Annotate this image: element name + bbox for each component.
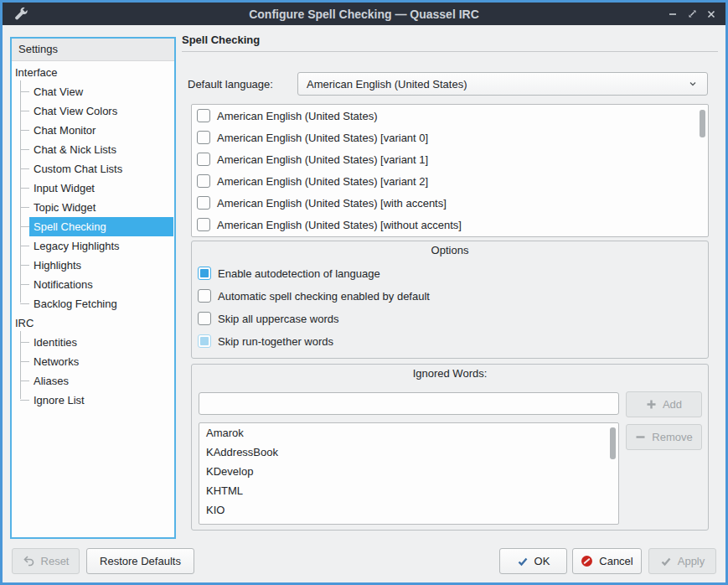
sidebar-item-interface[interactable]: Interface	[12, 63, 174, 82]
ignored-list-scrollbar[interactable]	[610, 427, 616, 459]
sidebar-item-highlights[interactable]: Highlights	[12, 256, 174, 275]
language-option[interactable]: American English (United States) [varian…	[192, 170, 708, 192]
configure-spell-checking-dialog: Configure Spell Checking — Quassel IRC S…	[0, 0, 728, 585]
wrench-icon	[13, 7, 28, 21]
undo-icon	[23, 555, 35, 567]
option-enable-autodetection[interactable]: Enable autodetection of language	[198, 264, 380, 282]
option-skip-run-together[interactable]: Skip run-together words	[198, 332, 333, 350]
minus-icon	[635, 432, 646, 443]
sidebar-item-chat-view[interactable]: Chat View	[12, 82, 174, 101]
sidebar-item-notifications[interactable]: Notifications	[12, 275, 174, 294]
sidebar-item-identities[interactable]: Identities	[12, 333, 174, 352]
list-item[interactable]: KHTML	[199, 481, 618, 500]
header-separator	[182, 51, 718, 52]
checkbox-unchecked[interactable]	[197, 174, 210, 188]
default-language-label: Default language:	[188, 78, 273, 91]
sidebar-item-chat-view-colors[interactable]: Chat View Colors	[12, 101, 174, 121]
settings-tree: Interface Chat View Chat View Colors Cha…	[12, 61, 174, 410]
checkbox-unchecked[interactable]	[198, 289, 211, 303]
language-option[interactable]: American English (United States) [withou…	[192, 214, 708, 236]
ok-button[interactable]: OK	[499, 548, 567, 574]
restore-icon[interactable]	[686, 8, 698, 20]
list-item[interactable]: Amarok	[199, 423, 618, 443]
checkbox-unchecked[interactable]	[197, 131, 210, 144]
combobox-value: American English (United States)	[307, 78, 687, 91]
language-option[interactable]: American English (United States)	[192, 105, 708, 127]
ignored-words-group: Ignored Words: Add Amarok KAddressBook K…	[191, 364, 709, 531]
window-title: Configure Spell Checking — Quassel IRC	[3, 8, 725, 21]
sidebar-item-topic-widget[interactable]: Topic Widget	[12, 198, 174, 217]
sidebar-item-spell-checking[interactable]: Spell Checking	[12, 217, 174, 236]
sidebar-item-irc[interactable]: IRC	[12, 313, 174, 333]
checkbox-unchecked[interactable]	[197, 218, 210, 231]
sidebar-item-chat-nick-lists[interactable]: Chat & Nick Lists	[12, 140, 174, 159]
ignored-words-list: Amarok KAddressBook KDevelop KHTML KIO	[199, 422, 619, 525]
restore-defaults-button[interactable]: Restore Defaults	[86, 548, 194, 574]
title-bar[interactable]: Configure Spell Checking — Quassel IRC	[3, 3, 725, 25]
sidebar-item-custom-chat-lists[interactable]: Custom Chat Lists	[12, 159, 174, 179]
page-title: Spell Checking	[182, 34, 260, 46]
checkbox-unchecked[interactable]	[197, 153, 210, 166]
options-group-title: Options	[192, 244, 708, 256]
remove-button[interactable]: Remove	[626, 424, 702, 450]
sidebar-item-legacy-highlights[interactable]: Legacy Highlights	[12, 236, 174, 256]
language-option[interactable]: American English (United States) [varian…	[192, 127, 708, 148]
checkbox-unchecked[interactable]	[197, 196, 210, 210]
checkbox-unchecked[interactable]	[198, 312, 211, 325]
options-group: Options Enable autodetection of language…	[191, 241, 709, 359]
check-icon	[517, 556, 529, 567]
check-icon	[660, 556, 672, 567]
language-option[interactable]: American English (United States) [with a…	[192, 192, 708, 214]
language-list-scrollbar[interactable]	[700, 110, 705, 137]
language-option[interactable]: American English (United States) [varian…	[192, 148, 708, 170]
default-language-combobox[interactable]: American English (United States)	[297, 72, 708, 96]
ignored-word-input[interactable]	[199, 392, 619, 415]
list-item[interactable]: KAddressBook	[199, 443, 618, 462]
option-skip-uppercase[interactable]: Skip all uppercase words	[198, 309, 339, 328]
checkbox-unchecked[interactable]	[197, 109, 210, 122]
chevron-down-icon	[687, 78, 699, 90]
settings-sidebar: Settings Interface Chat View Chat View C…	[10, 37, 176, 539]
close-icon[interactable]	[705, 8, 717, 20]
checkbox-checked[interactable]	[198, 267, 211, 280]
checkbox-partial[interactable]	[198, 334, 211, 348]
sidebar-item-networks[interactable]: Networks	[12, 352, 174, 371]
sidebar-item-chat-monitor[interactable]: Chat Monitor	[12, 121, 174, 140]
list-item[interactable]: KIO	[199, 500, 618, 520]
cancel-button[interactable]: Cancel	[572, 548, 642, 574]
sidebar-item-input-widget[interactable]: Input Widget	[12, 179, 174, 198]
language-list: American English (United States) America…	[191, 104, 709, 237]
apply-button[interactable]: Apply	[648, 548, 716, 574]
sidebar-header: Settings	[12, 39, 174, 61]
ignored-words-title: Ignored Words:	[192, 367, 708, 380]
option-automatic-spell-checking[interactable]: Automatic spell checking enabled by defa…	[198, 287, 430, 305]
reset-button[interactable]: Reset	[12, 548, 80, 574]
sidebar-item-aliases[interactable]: Aliases	[12, 371, 174, 391]
sidebar-item-ignore-list[interactable]: Ignore List	[12, 391, 174, 410]
cancel-icon	[581, 555, 593, 567]
sidebar-item-backlog-fetching[interactable]: Backlog Fetching	[12, 294, 174, 313]
minimize-icon[interactable]	[667, 8, 679, 20]
list-item[interactable]: KDevelop	[199, 462, 618, 481]
add-button[interactable]: Add	[626, 391, 702, 417]
plus-icon	[646, 399, 657, 410]
